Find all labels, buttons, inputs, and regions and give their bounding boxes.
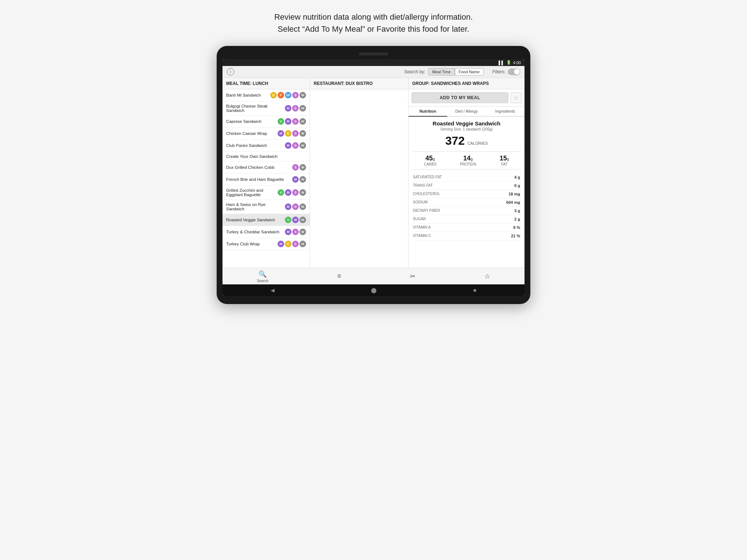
- food-list-item[interactable]: Turkey Club WrapMESW: [222, 238, 310, 250]
- food-item-badges: MSW: [285, 105, 306, 112]
- nav-item[interactable]: ≡: [337, 272, 341, 281]
- nutrient-row: SUGAR 2 g: [412, 215, 521, 223]
- macro-label: PROTEIN: [460, 162, 476, 166]
- food-item-badges: VMW: [285, 217, 306, 223]
- left-panel: MEAL TIME: LUNCH Banh Mi SandwichEFSFSWB…: [222, 78, 310, 268]
- nav-icon: 🔍: [259, 270, 267, 278]
- diet-badge-s: S: [292, 241, 299, 247]
- diet-badge-m: M: [278, 241, 284, 247]
- food-list-item[interactable]: Banh Mi SandwichEFSFSW: [222, 89, 310, 101]
- food-item-name: French Brie and Ham Baguette: [226, 177, 292, 182]
- food-item-name: Create Your Own Sandwich: [226, 154, 306, 159]
- nutrition-content: Roasted Veggie Sandwich Serving Size: 1 …: [409, 117, 525, 244]
- diet-badge-w: W: [299, 92, 306, 98]
- diet-badge-w: W: [299, 105, 306, 112]
- bottom-nav: 🔍 Search ≡ ✂ ☆: [222, 268, 525, 284]
- food-item-name: Roasted Veggie Sandwich: [226, 218, 285, 222]
- macro-label: FAT: [500, 162, 509, 166]
- mid-panel-header: RESTAURANT: DUX BISTRO: [310, 78, 408, 89]
- diet-badge-v: V: [285, 217, 291, 223]
- food-list-item[interactable]: French Brie and Ham BaguetteMW: [222, 174, 310, 186]
- nutrient-name: SATURATED FAT: [413, 175, 442, 179]
- macro-protein: 14g PROTEIN: [460, 155, 476, 166]
- nutrient-row: SODIUM 604 mg: [412, 198, 521, 207]
- food-list-item[interactable]: Bulgogi Cheese Steak SandwichMSW: [222, 101, 310, 116]
- macro-value: 14g: [460, 155, 476, 162]
- food-item-name: Banh Mi Sandwich: [226, 93, 270, 97]
- filters-label: Filters:: [492, 69, 506, 74]
- diet-badge-m: M: [285, 105, 291, 112]
- nutrient-name: VITAMIN A: [413, 225, 431, 230]
- android-bar: ◀ ⬤ ■: [222, 284, 525, 296]
- info-icon[interactable]: i: [227, 68, 234, 75]
- nav-item[interactable]: ☆: [484, 272, 490, 281]
- nutrition-tab-ingredients[interactable]: Ingredients: [486, 106, 525, 117]
- tab-food-name[interactable]: Food Name: [455, 68, 484, 75]
- diet-badge-m: M: [285, 189, 291, 196]
- food-list-item[interactable]: Ham & Swiss on Rye SandwichMSW: [222, 200, 310, 214]
- nav-item[interactable]: 🔍 Search: [257, 270, 268, 283]
- filters-toggle[interactable]: [508, 69, 520, 75]
- nutrient-name: SODIUM: [413, 200, 427, 205]
- home-button[interactable]: ⬤: [371, 287, 377, 293]
- add-meal-row: ADD TO MY MEAL ☆: [409, 89, 525, 106]
- calories-number: 372: [445, 134, 465, 147]
- diet-badge-s: S: [292, 164, 299, 171]
- food-item-badges: MESW: [278, 130, 306, 137]
- macro-value: 45g: [424, 155, 436, 162]
- nutrient-row: VITAMIN A 9 %: [412, 223, 521, 232]
- diet-badge-f: F: [278, 92, 284, 98]
- diet-badge-e: E: [285, 130, 291, 137]
- diet-badge-v: V: [278, 189, 284, 196]
- diet-badge-m: M: [292, 217, 299, 223]
- nav-icon: ✂: [410, 272, 415, 280]
- food-list-item[interactable]: Chicken Caesar WrapMESW: [222, 128, 310, 140]
- tab-meal-time[interactable]: Meal Time: [428, 68, 455, 75]
- right-panel-header: GROUP: SANDWICHES AND WRAPS: [409, 78, 525, 89]
- nutrient-value: 4 g: [514, 175, 520, 179]
- macro-unit: g: [507, 157, 509, 161]
- food-item-badges: SW: [292, 164, 306, 171]
- food-item-badges: MW: [292, 176, 306, 183]
- nutrient-row: DIETARY FIBER 3 g: [412, 207, 521, 215]
- nutrient-name: VITAMIN C: [413, 234, 431, 238]
- diet-badge-w: W: [299, 217, 306, 223]
- food-item-badges: MSW: [285, 229, 306, 235]
- macro-unit: g: [471, 157, 473, 161]
- nutrition-tab-nutrition[interactable]: Nutrition: [409, 106, 447, 117]
- left-panel-header: MEAL TIME: LUNCH: [222, 78, 310, 89]
- diet-badge-sf: SF: [285, 92, 291, 98]
- right-panel: GROUP: SANDWICHES AND WRAPS ADD TO MY ME…: [409, 78, 525, 268]
- food-item-name: Turkey & Cheddar Sandwich: [226, 230, 285, 234]
- food-list-item[interactable]: Grilled Zucchini and Eggplant BaguetteVM…: [222, 186, 310, 200]
- nav-item[interactable]: ✂: [410, 272, 415, 281]
- back-button[interactable]: ◀: [271, 287, 275, 293]
- nutrient-name: DIETARY FIBER: [413, 209, 440, 213]
- food-item-name: Chicken Caesar Wrap: [226, 131, 278, 136]
- diet-badge-s: S: [292, 203, 299, 210]
- nutrient-row: CHOLESTEROL 18 mg: [412, 190, 521, 198]
- food-list-item[interactable]: Create Your Own Sandwich: [222, 152, 310, 162]
- nutrition-tab-diet---allergy[interactable]: Diet / Allergy: [447, 106, 486, 117]
- main-content: MEAL TIME: LUNCH Banh Mi SandwichEFSFSWB…: [222, 78, 525, 268]
- food-list-item[interactable]: Turkey & Cheddar SandwichMSW: [222, 226, 310, 238]
- favorite-button[interactable]: ☆: [511, 92, 522, 103]
- food-list-item[interactable]: Roasted Veggie SandwichVMW: [222, 214, 310, 226]
- food-list-item[interactable]: Caprese SandwichVMSW: [222, 116, 310, 128]
- nutrient-row: VITAMIN C 21 %: [412, 232, 521, 240]
- page-description: Review nutrition data along with diet/al…: [274, 11, 473, 35]
- recents-button[interactable]: ■: [473, 287, 476, 293]
- filters-area: Filters:: [492, 69, 520, 75]
- battery-icon: 🔋: [506, 60, 511, 65]
- top-bar: i Search by: Meal Time Food Name Filters…: [222, 66, 525, 78]
- diet-badge-s: S: [292, 189, 299, 196]
- add-to-meal-button[interactable]: ADD TO MY MEAL: [411, 92, 508, 103]
- food-list-item[interactable]: Dux Grilled Chicken CobbSW: [222, 162, 310, 174]
- food-item-name: Caprese Sandwich: [226, 119, 278, 124]
- diet-badge-s: S: [292, 118, 299, 125]
- nutrient-name: SUGAR: [413, 217, 426, 221]
- food-list-item[interactable]: Club Panini SandwichMSW: [222, 140, 310, 152]
- food-list: Banh Mi SandwichEFSFSWBulgogi Cheese Ste…: [222, 89, 310, 268]
- food-item-badges: MESW: [278, 241, 306, 247]
- nutrient-value: 604 mg: [506, 200, 520, 205]
